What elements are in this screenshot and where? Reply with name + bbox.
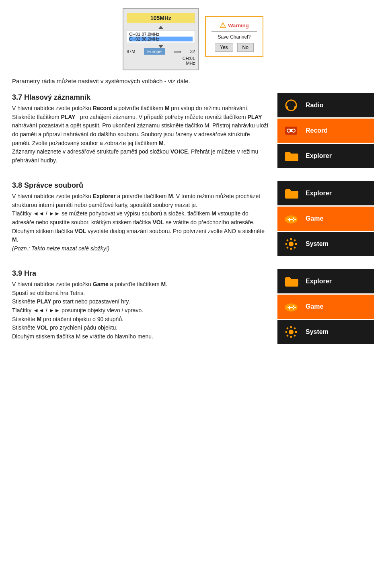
section-39: 3.9 Hra V hlavní nabídce zvolte položku … (12, 269, 374, 345)
section-39-text: 3.9 Hra V hlavní nabídce zvolte položku … (12, 269, 269, 345)
svg-point-17 (290, 242, 293, 246)
svg-point-12 (293, 217, 294, 219)
menu-item-explorer-39[interactable]: Explorer (277, 269, 374, 293)
menu-item-explorer-38[interactable]: Explorer (277, 181, 374, 205)
triangle-down-icon (158, 45, 163, 48)
warning-no-button[interactable]: No (237, 43, 254, 52)
system-icon-38 (282, 235, 300, 253)
section-38-heading: 3.8 Správce souborů (12, 181, 269, 190)
radio-channel-list: CH01:87.8MHz CH02:88.2MHz (127, 30, 195, 43)
menu-item-explorer-37[interactable]: Explorer (277, 144, 374, 168)
warning-yes-button[interactable]: Yes (215, 43, 233, 52)
svg-point-13 (294, 219, 296, 220)
section-39-body: V hlavní nabídce zvolte položku Game a p… (12, 280, 269, 341)
menu-game-label-39: Game (306, 303, 323, 310)
section-38-body: V hlavní nabídce zvolte položku Explorer… (12, 192, 269, 253)
warning-label: Warning (228, 23, 249, 29)
triangle-up-icon (158, 26, 163, 29)
svg-point-14 (293, 220, 294, 221)
svg-point-5 (287, 129, 290, 132)
menu-game-label-38: Game (306, 215, 323, 222)
game-icon-38 (282, 210, 300, 227)
top-image-area: 105MHz CH01:87.8MHz CH02:88.2MHz 87M Eur… (12, 8, 374, 70)
parametry-caption: Parametry rádia můžete nastavit v systém… (12, 78, 374, 84)
radio-bottom-row: 87M Europe ⟹ 32 (127, 48, 195, 55)
channel-2: CH02:88.2MHz (129, 37, 193, 41)
warning-buttons: Yes No (215, 43, 254, 52)
section-39-heading: 3.9 Hra (12, 269, 269, 278)
menu-explorer-label-39: Explorer (306, 278, 332, 285)
section-37: 3.7 Hlasový záznamník V hlavní nabídce z… (12, 93, 374, 169)
radio-display: 105MHz CH01:87.8MHz CH02:88.2MHz 87M Eur… (123, 8, 199, 70)
section-37-menu: Radio Record (277, 93, 374, 169)
svg-point-7 (292, 129, 295, 132)
system-icon-39 (282, 323, 300, 341)
radio-slider-num: 32 (190, 49, 195, 54)
svg-rect-8 (290, 129, 292, 132)
explorer-icon-39 (282, 272, 300, 290)
svg-point-26 (290, 330, 293, 334)
svg-point-21 (293, 305, 294, 307)
section-38-menu: Explorer Game (277, 181, 374, 257)
menu-item-record[interactable]: Record (277, 119, 374, 143)
warning-text: Save Channel? (218, 34, 250, 40)
svg-rect-2 (294, 106, 296, 109)
section-39-menu: Explorer Game (277, 269, 374, 345)
svg-rect-20 (287, 307, 291, 308)
warning-divider (211, 31, 257, 32)
section-37-text: 3.7 Hlasový záznamník V hlavní nabídce z… (12, 93, 269, 169)
menu-item-game-39[interactable]: Game (277, 295, 374, 319)
radio-arrow-icon: ⟹ (174, 49, 181, 55)
explorer-icon-38 (282, 184, 300, 202)
menu-system-label-39: System (306, 328, 329, 336)
svg-point-23 (293, 308, 294, 309)
svg-point-15 (291, 219, 293, 220)
channel-1: CH01:87.8MHz (129, 32, 193, 37)
section-37-body: V hlavní nabídce zvolte položku Record a… (12, 104, 269, 165)
radio-freq: 105MHz (127, 13, 195, 23)
game-icon-39 (282, 298, 300, 316)
menu-item-game-38[interactable]: Game (277, 207, 374, 231)
menu-item-radio[interactable]: Radio (277, 93, 374, 117)
menu-item-system-38[interactable]: System (277, 232, 374, 256)
svg-rect-1 (286, 106, 288, 109)
menu-explorer-label-37: Explorer (306, 152, 332, 160)
menu-radio-label: Radio (306, 102, 323, 109)
warning-title: ⚠ Warning (220, 21, 249, 30)
menu-explorer-label-38: Explorer (306, 190, 332, 197)
section-38: 3.8 Správce souborů V hlavní nabídce zvo… (12, 181, 374, 257)
warning-icon: ⚠ (220, 21, 226, 30)
menu-item-system-39[interactable]: System (277, 320, 374, 344)
radio-right-label: MHz (127, 61, 195, 66)
explorer-icon-37 (282, 147, 300, 165)
europe-button[interactable]: Europe (144, 48, 164, 55)
svg-point-22 (294, 307, 296, 308)
section-38-text: 3.8 Správce souborů V hlavní nabídce zvo… (12, 181, 269, 257)
svg-point-24 (291, 307, 293, 308)
radio-ch-label: CH:01 (127, 56, 195, 61)
warning-dialog: ⚠ Warning Save Channel? Yes No (205, 16, 263, 57)
menu-record-label: Record (306, 127, 328, 134)
radio-left-label: 87M (127, 49, 135, 54)
section-37-heading: 3.7 Hlasový záznamník (12, 93, 269, 102)
svg-rect-11 (287, 219, 291, 220)
record-icon (282, 122, 300, 139)
menu-system-label-38: System (306, 240, 329, 248)
radio-icon (282, 96, 300, 114)
